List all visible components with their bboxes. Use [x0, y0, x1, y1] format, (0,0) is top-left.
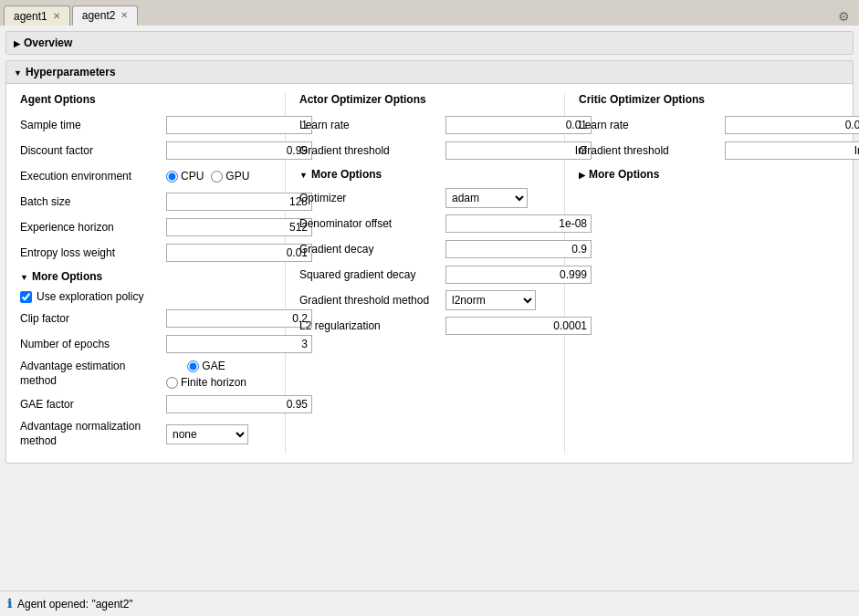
num-epochs-row: Number of epochs [20, 334, 271, 354]
actor-learn-rate-label: Learn rate [299, 119, 445, 131]
hyperparameters-header[interactable]: Hyperparameters [6, 61, 853, 84]
overview-section: Overview [5, 31, 854, 55]
discount-factor-label: Discount factor [20, 144, 166, 157]
gae-label: GAE [202, 360, 225, 372]
advantage-method-label: Advantage estimationmethod [20, 360, 166, 388]
tab-bar: agent1 ✕ agent2 ✕ ⚙ [0, 0, 859, 26]
cpu-radio[interactable] [166, 171, 178, 183]
critic-learn-rate-label: Learn rate [579, 119, 725, 131]
num-epochs-label: Number of epochs [20, 338, 166, 350]
tab-agent1-label: agent1 [14, 10, 47, 23]
actor-more-options-title: More Options [311, 168, 382, 181]
l2-reg-row: L2 regularization [299, 316, 550, 336]
advantage-method-row: Advantage estimationmethod GAE Finite ho… [20, 360, 271, 389]
experience-horizon-row: Experience horizon [20, 217, 271, 237]
cpu-radio-label[interactable]: CPU [166, 170, 204, 183]
finite-horizon-label: Finite horizon [181, 376, 246, 389]
sample-time-label: Sample time [20, 119, 166, 131]
adv-norm-label: Advantage normalizationmethod [20, 420, 166, 448]
overview-header[interactable]: Overview [6, 32, 853, 54]
actor-gradient-threshold-row: Gradient threshold [299, 141, 550, 161]
gae-radio-label[interactable]: GAE [187, 360, 225, 372]
denom-offset-row: Denominator offset [299, 214, 550, 234]
denom-offset-label: Denominator offset [299, 217, 445, 230]
actor-optimizer-col: Actor Optimizer Options Learn rate Gradi… [286, 93, 565, 454]
status-message: Agent opened: "agent2" [17, 598, 133, 611]
gpu-radio[interactable] [211, 171, 223, 183]
optimizer-select[interactable]: adam sgd rmsprop [445, 188, 528, 208]
gae-factor-label: GAE factor [20, 398, 166, 411]
tab-agent2-label: agent2 [82, 9, 116, 22]
status-icon: ℹ [7, 597, 12, 611]
tab-agent2-close[interactable]: ✕ [120, 11, 128, 20]
finite-horizon-radio[interactable] [166, 377, 178, 389]
agent-options-title: Agent Options [20, 93, 271, 106]
gae-factor-row: GAE factor [20, 394, 271, 414]
actor-more-options-header[interactable]: More Options [299, 168, 550, 181]
gradient-threshold-method-label: Gradient threshold method [299, 294, 445, 307]
advantage-method-radio-group: GAE Finite horizon [166, 360, 246, 389]
tab-agent1[interactable]: agent1 ✕ [4, 5, 70, 26]
batch-size-label: Batch size [20, 195, 166, 208]
sample-time-row: Sample time [20, 115, 271, 135]
actor-learn-rate-row: Learn rate [299, 115, 550, 135]
tab-agent2[interactable]: agent2 ✕ [72, 5, 139, 26]
finite-horizon-radio-label[interactable]: Finite horizon [166, 376, 246, 389]
status-bar: ℹ Agent opened: "agent2" [0, 590, 859, 616]
main-content: Overview Hyperparameters Agent Options S… [0, 26, 859, 590]
critic-learn-rate-input[interactable] [725, 116, 859, 134]
tab-agent1-close[interactable]: ✕ [53, 12, 60, 21]
adv-norm-select[interactable]: none [166, 424, 248, 444]
hyperparameters-arrow-icon [14, 66, 22, 78]
hyperparameters-section: Hyperparameters Agent Options Sample tim… [5, 60, 854, 464]
overview-arrow-icon [14, 37, 20, 49]
clip-factor-label: Clip factor [20, 312, 166, 325]
sq-gradient-decay-row: Squared gradient decay [299, 265, 550, 285]
adv-norm-row: Advantage normalizationmethod none [20, 420, 271, 448]
critic-more-options-title: More Options [589, 168, 659, 181]
entropy-loss-row: Entropy loss weight [20, 243, 271, 263]
agent-more-options-arrow-icon [20, 270, 28, 283]
gradient-decay-label: Gradient decay [299, 243, 445, 256]
optimizer-label: Optimizer [299, 192, 445, 204]
critic-gradient-threshold-input[interactable] [725, 141, 859, 160]
execution-env-radio-group: CPU GPU [166, 170, 249, 183]
execution-env-label: Execution environment [20, 170, 166, 183]
gae-radio[interactable] [187, 360, 199, 372]
settings-icon[interactable]: ⚙ [833, 7, 855, 26]
optimizer-row: Optimizer adam sgd rmsprop [299, 188, 550, 208]
hyperparameters-title: Hyperparameters [26, 66, 116, 78]
gpu-label: GPU [225, 170, 249, 183]
sq-gradient-decay-label: Squared gradient decay [299, 268, 445, 281]
agent-options-col: Agent Options Sample time Discount facto… [16, 93, 286, 454]
exploration-policy-checkbox[interactable] [20, 291, 32, 303]
gpu-radio-label[interactable]: GPU [211, 170, 249, 183]
critic-more-options-header[interactable]: More Options [579, 168, 830, 181]
critic-optimizer-title: Critic Optimizer Options [579, 93, 830, 106]
critic-more-options-arrow-icon [579, 168, 585, 181]
experience-horizon-label: Experience horizon [20, 221, 166, 234]
discount-factor-row: Discount factor [20, 141, 271, 161]
actor-optimizer-title: Actor Optimizer Options [299, 93, 550, 106]
entropy-loss-label: Entropy loss weight [20, 246, 166, 259]
l2-reg-label: L2 regularization [299, 319, 445, 332]
agent-more-options-header[interactable]: More Options [20, 270, 271, 283]
batch-size-row: Batch size [20, 192, 271, 212]
gradient-threshold-method-row: Gradient threshold method l2norm global-… [299, 290, 550, 310]
critic-learn-rate-row: Learn rate [579, 115, 830, 135]
overview-title: Overview [24, 37, 72, 49]
gradient-decay-row: Gradient decay [299, 239, 550, 259]
critic-gradient-threshold-row: Gradient threshold [579, 141, 830, 161]
actor-gradient-threshold-label: Gradient threshold [299, 144, 445, 157]
exploration-policy-label: Use exploration policy [37, 290, 143, 303]
actor-more-options-arrow-icon [299, 168, 308, 181]
cpu-label: CPU [181, 170, 204, 183]
agent-more-options-title: More Options [32, 270, 102, 283]
clip-factor-row: Clip factor [20, 308, 271, 329]
exploration-policy-row: Use exploration policy [20, 290, 271, 303]
gradient-threshold-method-select[interactable]: l2norm global-l2norm [445, 290, 536, 310]
critic-optimizer-col: Critic Optimizer Options Learn rate Grad… [565, 93, 843, 454]
critic-gradient-threshold-label: Gradient threshold [579, 144, 725, 157]
hyperparameters-content: Agent Options Sample time Discount facto… [6, 84, 853, 463]
execution-env-row: Execution environment CPU GPU [20, 166, 271, 186]
